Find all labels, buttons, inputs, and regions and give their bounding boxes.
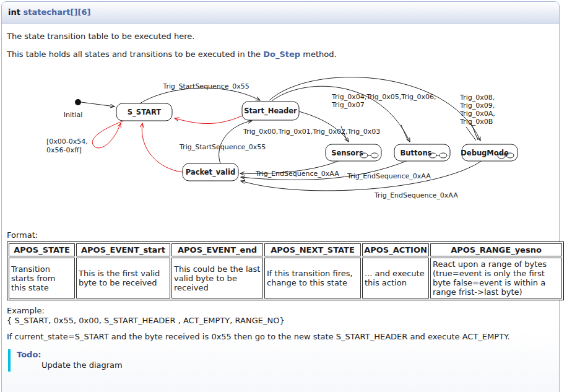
member-doc: The state transition table to be execute…	[2, 32, 559, 372]
format-table-header-row: APOS_STATE APOS_EVENT_start APOS_EVENT_e…	[9, 243, 562, 256]
label-trig-07: Trig_0x07	[331, 101, 365, 109]
label-range-line2: 0x56-0xff]	[46, 146, 82, 154]
state-buttons-label: Buttons	[401, 149, 432, 157]
statechart-diagram: Initial	[7, 63, 562, 222]
state-packet-valid-label: Packet_valid	[186, 168, 235, 177]
label-trig-08: Trig_0x08,	[459, 94, 495, 102]
initial-state-label: Initial	[64, 111, 82, 119]
brief-description: The state transition table to be execute…	[7, 32, 554, 41]
label-trig-09: Trig_0x09,	[459, 102, 495, 110]
cell-apos-next-state: If this transition fires, change to this…	[264, 258, 361, 298]
label-endsequence-buttons: Trig_EndSequence_0xAA	[347, 172, 431, 180]
state-start-header-label: Start_Header	[244, 107, 297, 116]
cell-apos-event-end: This could be the last valid byte to be …	[171, 258, 263, 298]
label-endsequence-debug: Trig_EndSequence_0xAA	[374, 191, 458, 199]
detailed-description: This table holds all states and transiti…	[7, 50, 554, 59]
member-name: statechart[][6]	[23, 7, 90, 17]
label-trig-startsequence-top: Trig_StartSequence_0x55	[162, 82, 249, 90]
example-code: { S_START, 0x55, 0x00, S_START_HEADER , …	[7, 316, 554, 326]
edge-initial-to-sstart	[81, 102, 115, 107]
col-apos-event-end: APOS_EVENT_end	[171, 243, 263, 256]
col-apos-state: APOS_STATE	[9, 243, 75, 256]
state-s-start-label: S_START	[128, 108, 162, 117]
todo-link[interactable]: Todo:	[17, 350, 41, 359]
initial-state-dot	[75, 99, 81, 105]
state-sensors-label: Sensors	[331, 149, 363, 157]
member-detail-box: int statechart[][6] The state transition…	[1, 1, 560, 392]
cell-apos-range-yesno: React upon a range of bytes (true=event …	[430, 258, 562, 298]
todo-text: Update the diagram	[41, 360, 554, 370]
label-trig-00-03: Trig_0x00,Trig_0x01,Trig_0x02,Trig_0x03	[243, 128, 380, 136]
do-step-link[interactable]: Do_Step	[263, 50, 300, 59]
return-type: int	[8, 7, 20, 17]
member-title-bar: int statechart[][6]	[2, 2, 559, 24]
state-debugmode-label: DebugMode	[461, 149, 509, 157]
label-trig-startsequence-pv: Trig_StartSequence_0x55	[179, 143, 266, 151]
format-table: APOS_STATE APOS_EVENT_start APOS_EVENT_e…	[7, 242, 564, 300]
label-range-line1: [0x00-0x54,	[46, 137, 88, 146]
label-trig-0b: Trig_0x0B	[459, 118, 493, 126]
edge-stub-debugmode-1	[471, 123, 478, 140]
col-apos-next-state: APOS_NEXT_STATE	[264, 243, 361, 256]
cell-apos-action: ... and execute this action	[362, 258, 429, 298]
col-apos-event-start: APOS_EVENT_start	[76, 243, 170, 256]
p2-text-after: method.	[300, 50, 336, 59]
example-block: Example: { S_START, 0x55, 0x00, S_START_…	[7, 306, 554, 326]
example-label: Example:	[7, 306, 554, 316]
cell-apos-state: Transition starts from this state	[9, 258, 75, 298]
edge-startheader-to-sstart	[175, 116, 242, 124]
col-apos-action: APOS_ACTION	[362, 243, 429, 256]
format-table-body-row: Transition starts from this state This i…	[9, 258, 562, 298]
edge-sstart-selfloop	[92, 121, 124, 148]
example-explanation: If current_state=S_START and the byte re…	[7, 332, 554, 342]
edge-packetvalid-to-sstart	[142, 123, 183, 172]
format-label: Format:	[7, 230, 554, 240]
cell-apos-event-start: This is the first valid byte to be recei…	[76, 258, 170, 298]
label-trig-0a: Trig_0x0A,	[459, 110, 495, 118]
edge-stub-buttons	[401, 125, 408, 141]
state-boxes	[116, 102, 518, 181]
label-endsequence-sensors: Trig_EndSequence_0xAA	[255, 170, 339, 178]
edge-stub-debugmode-2	[466, 127, 476, 141]
col-apos-range-yesno: APOS_RANGE_yesno	[430, 243, 562, 256]
p2-text-before: This table holds all states and transiti…	[7, 50, 263, 59]
todo-block: Todo: Update the diagram	[8, 349, 554, 372]
label-trig-04-06: Trig_0x04,Trig_0x05,Trig_0x06,	[331, 93, 436, 101]
